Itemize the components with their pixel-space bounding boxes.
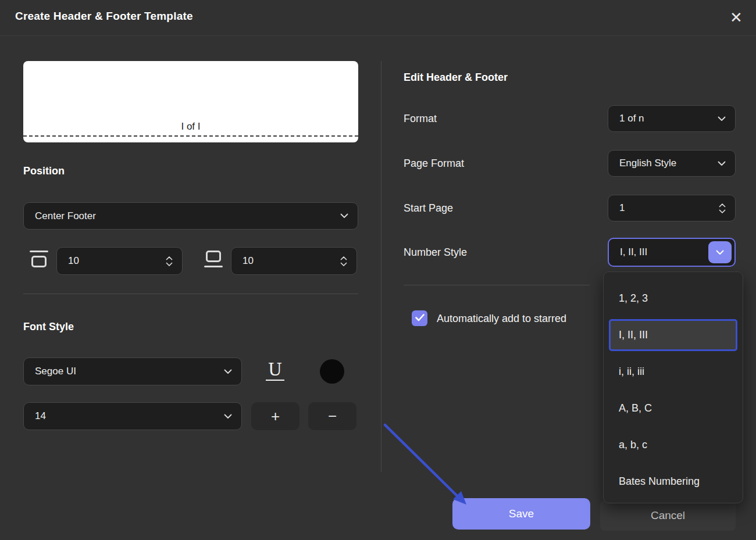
format-label: Format bbox=[404, 113, 437, 125]
number-style-select[interactable]: I, II, III bbox=[608, 238, 736, 267]
chevron-down-icon bbox=[224, 414, 232, 419]
page-format-value: English Style bbox=[619, 158, 676, 169]
menu-item-alpha-upper[interactable]: A, B, C bbox=[619, 402, 652, 414]
page-format-label: Page Format bbox=[404, 158, 464, 170]
chevron-down-icon bbox=[718, 116, 726, 121]
header-margin-stepper[interactable]: 10 bbox=[56, 247, 183, 275]
menu-item-bates-numbering[interactable]: Bates Numbering bbox=[619, 475, 700, 488]
edit-header-footer-heading: Edit Header & Footer bbox=[404, 71, 508, 84]
increase-size-button[interactable]: + bbox=[251, 402, 299, 430]
font-style-heading: Font Style bbox=[23, 321, 74, 333]
format-value: 1 of n bbox=[619, 113, 644, 124]
number-style-menu: 1, 2, 3 I, II, III i, ii, iii A, B, C a,… bbox=[603, 271, 743, 503]
menu-item-roman-upper-selected[interactable]: I, II, III bbox=[609, 319, 737, 351]
panel-divider bbox=[381, 61, 381, 472]
position-select[interactable]: Center Footer bbox=[23, 202, 358, 230]
chevron-down-icon bbox=[718, 161, 726, 166]
underline-icon: U bbox=[266, 361, 284, 380]
auto-add-checkbox[interactable] bbox=[412, 310, 427, 326]
save-button-label: Save bbox=[509, 507, 534, 520]
preview-footer-text: I of I bbox=[23, 121, 358, 133]
create-header-footer-dialog: Create Header & Footer Template ✕ I of I… bbox=[0, 0, 756, 540]
stepper-arrows-icon[interactable] bbox=[719, 203, 726, 213]
start-page-label: Start Page bbox=[404, 202, 453, 214]
decrease-size-button[interactable]: − bbox=[308, 402, 356, 430]
number-style-label: Number Style bbox=[404, 246, 467, 259]
chevron-down-icon bbox=[340, 213, 348, 219]
stepper-arrows-icon[interactable] bbox=[340, 256, 347, 266]
menu-item-roman-lower[interactable]: i, ii, iii bbox=[619, 366, 644, 378]
right-section-divider bbox=[404, 285, 590, 285]
footer-margin-icon bbox=[204, 251, 223, 271]
font-family-value: Segoe UI bbox=[35, 366, 76, 377]
font-size-value: 14 bbox=[35, 410, 46, 422]
cancel-button[interactable]: Cancel bbox=[600, 500, 736, 531]
position-select-value: Center Footer bbox=[35, 210, 96, 222]
number-style-value: I, II, III bbox=[620, 246, 647, 258]
position-heading: Position bbox=[23, 165, 65, 177]
close-icon[interactable]: ✕ bbox=[726, 6, 747, 29]
start-page-stepper[interactable]: 1 bbox=[608, 195, 736, 221]
start-page-value: 1 bbox=[619, 202, 625, 214]
font-color-swatch[interactable] bbox=[320, 359, 344, 384]
minus-icon: − bbox=[328, 407, 337, 425]
header-margin-icon bbox=[29, 251, 49, 271]
save-button[interactable]: Save bbox=[452, 498, 590, 530]
auto-add-label: Automatically add to starred bbox=[437, 313, 566, 325]
menu-item-arabic[interactable]: 1, 2, 3 bbox=[619, 292, 648, 305]
underline-button[interactable]: U bbox=[262, 356, 288, 385]
left-section-divider bbox=[23, 294, 358, 294]
dialog-title: Create Header & Footer Template bbox=[15, 10, 193, 23]
title-bar: Create Header & Footer Template ✕ bbox=[0, 0, 756, 36]
chevron-down-icon bbox=[224, 369, 232, 374]
check-icon bbox=[415, 313, 425, 324]
footer-margin-stepper[interactable]: 10 bbox=[231, 247, 357, 275]
number-style-dropdown-button[interactable] bbox=[708, 241, 732, 263]
format-select[interactable]: 1 of n bbox=[608, 105, 736, 132]
cancel-button-label: Cancel bbox=[651, 509, 685, 522]
font-family-select[interactable]: Segoe UI bbox=[23, 357, 242, 385]
menu-item-alpha-lower[interactable]: a, b, c bbox=[619, 439, 647, 451]
preview-footer-guide-line bbox=[23, 135, 358, 137]
stepper-arrows-icon[interactable] bbox=[166, 256, 173, 266]
page-format-select[interactable]: English Style bbox=[608, 150, 736, 177]
font-size-select[interactable]: 14 bbox=[23, 402, 242, 430]
plus-icon: + bbox=[271, 407, 280, 425]
page-preview: I of I bbox=[23, 61, 358, 142]
header-margin-value: 10 bbox=[68, 255, 79, 267]
footer-margin-value: 10 bbox=[243, 255, 254, 267]
